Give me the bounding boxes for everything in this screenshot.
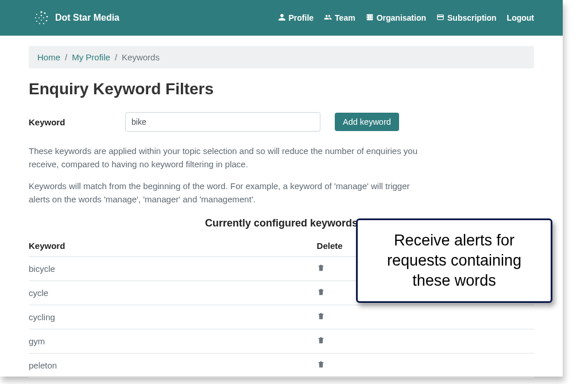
svg-point-0 bbox=[40, 11, 42, 13]
delete-cell bbox=[317, 378, 534, 385]
users-icon bbox=[324, 13, 332, 23]
nav-organisation-label: Organisation bbox=[377, 13, 426, 22]
card-icon bbox=[436, 13, 444, 23]
trash-icon[interactable] bbox=[317, 312, 325, 320]
svg-point-9 bbox=[41, 15, 42, 16]
add-keyword-button[interactable]: Add keyword bbox=[335, 113, 399, 131]
nav-profile-label: Profile bbox=[289, 13, 314, 22]
trash-icon[interactable] bbox=[317, 288, 325, 296]
keyword-input[interactable] bbox=[125, 112, 320, 132]
keyword-cell: bicycle bbox=[29, 257, 317, 281]
svg-point-1 bbox=[44, 13, 46, 14]
keyword-form-row: Keyword Add keyword bbox=[29, 112, 534, 132]
table-row: peleton bbox=[29, 354, 534, 378]
nav-subscription[interactable]: Subscription bbox=[436, 13, 497, 23]
user-icon bbox=[278, 13, 286, 23]
svg-point-12 bbox=[38, 17, 40, 18]
callout-box: Receive alerts for requests containing t… bbox=[356, 218, 552, 303]
breadcrumb-separator: / bbox=[115, 52, 117, 62]
nav-team[interactable]: Team bbox=[324, 13, 355, 23]
nav-team-label: Team bbox=[335, 13, 355, 22]
breadcrumb-current: Keywords bbox=[122, 52, 160, 62]
nav-profile[interactable]: Profile bbox=[278, 13, 314, 23]
nav-subscription-label: Subscription bbox=[447, 13, 497, 22]
building-icon bbox=[366, 13, 374, 23]
help-text-2: Keywords will match from the beginning o… bbox=[29, 179, 431, 206]
table-row: spin class bbox=[29, 378, 534, 385]
brand[interactable]: Dot Star Media bbox=[33, 10, 119, 26]
keyword-label: Keyword bbox=[29, 117, 125, 127]
brand-name: Dot Star Media bbox=[55, 13, 119, 23]
col-keyword-header: Keyword bbox=[29, 235, 317, 257]
keyword-cell: peleton bbox=[29, 354, 317, 378]
keyword-cell: cycling bbox=[29, 305, 317, 329]
svg-point-5 bbox=[39, 23, 40, 24]
nav-logout[interactable]: Logout bbox=[507, 13, 534, 22]
keyword-cell: gym bbox=[29, 329, 317, 354]
svg-point-7 bbox=[35, 17, 36, 18]
trash-icon[interactable] bbox=[317, 360, 325, 368]
delete-cell bbox=[317, 305, 534, 329]
svg-point-6 bbox=[36, 21, 37, 22]
svg-point-10 bbox=[43, 17, 44, 18]
trash-icon[interactable] bbox=[317, 336, 325, 344]
nav-links: Profile Team Organisation Subscription bbox=[278, 13, 534, 23]
navbar: Dot Star Media Profile Team Organisation bbox=[0, 0, 563, 36]
svg-point-4 bbox=[43, 23, 44, 24]
trash-icon[interactable] bbox=[317, 264, 325, 272]
callout-text: Receive alerts for requests containing t… bbox=[387, 232, 521, 289]
nav-logout-label: Logout bbox=[507, 13, 534, 22]
logo-icon bbox=[33, 10, 49, 26]
svg-point-3 bbox=[46, 20, 47, 21]
page-title: Enquiry Keyword Filters bbox=[29, 80, 534, 98]
svg-point-8 bbox=[36, 14, 37, 15]
breadcrumb-separator: / bbox=[65, 52, 67, 62]
table-row: cycling bbox=[29, 305, 534, 329]
breadcrumb-home[interactable]: Home bbox=[37, 52, 60, 62]
svg-point-11 bbox=[41, 20, 42, 21]
breadcrumb-my-profile[interactable]: My Profile bbox=[72, 52, 110, 62]
svg-point-2 bbox=[47, 16, 48, 18]
nav-organisation[interactable]: Organisation bbox=[366, 13, 426, 23]
keyword-cell: spin class bbox=[29, 378, 317, 385]
delete-cell bbox=[317, 329, 534, 354]
delete-cell bbox=[317, 354, 534, 378]
breadcrumb: Home / My Profile / Keywords bbox=[29, 46, 534, 68]
keyword-cell: cycle bbox=[29, 281, 317, 305]
table-row: gym bbox=[29, 329, 534, 354]
help-text-1: These keywords are applied within your t… bbox=[29, 144, 431, 171]
